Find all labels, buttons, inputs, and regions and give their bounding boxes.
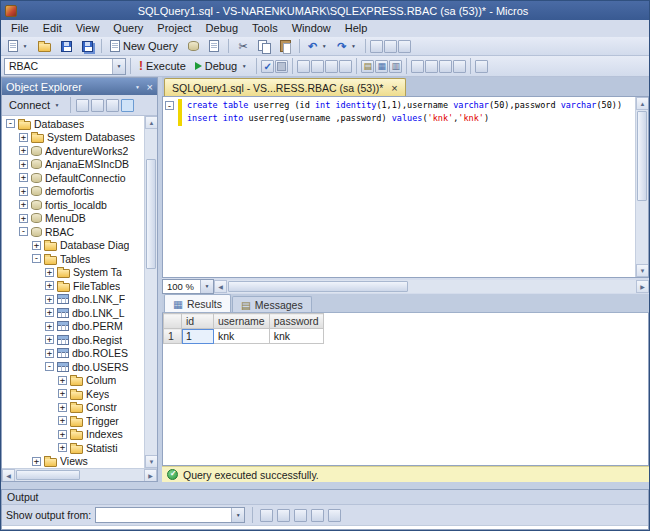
tree-item-menudb[interactable]: +MenuDB [2, 212, 144, 226]
results-to-grid-icon[interactable] [375, 60, 388, 73]
menu-project[interactable]: Project [150, 21, 198, 36]
results-to-text-icon[interactable] [361, 60, 374, 73]
zoom-combo[interactable]: 100 % [162, 279, 214, 294]
chevron-down-icon[interactable] [240, 63, 248, 69]
expand-icon[interactable]: + [58, 443, 67, 452]
cancel-executing-query-icon[interactable] [275, 60, 288, 73]
expand-icon[interactable]: + [45, 349, 54, 358]
tree-item-statisti[interactable]: +Statisti [2, 441, 144, 455]
refresh-icon[interactable] [106, 99, 119, 112]
tree-item-fortis-localdb[interactable]: +fortis_localdb [2, 198, 144, 212]
fold-collapse-icon[interactable]: - [165, 101, 174, 110]
combo-dropdown-button[interactable] [200, 280, 213, 293]
include-client-statistics-icon[interactable] [339, 60, 352, 73]
parse-icon[interactable] [261, 60, 274, 73]
scroll-down-icon[interactable] [636, 264, 649, 277]
scroll-right-icon[interactable] [144, 469, 157, 482]
scroll-left-icon[interactable] [214, 280, 227, 293]
expand-icon[interactable]: + [19, 200, 28, 209]
combo-dropdown-button[interactable] [231, 508, 244, 522]
close-icon[interactable] [147, 81, 153, 93]
expand-icon[interactable]: + [58, 430, 67, 439]
save-button[interactable] [56, 38, 76, 55]
tree-item-constr[interactable]: +Constr [2, 401, 144, 415]
expand-icon[interactable]: + [45, 295, 54, 304]
save-all-button[interactable] [77, 38, 97, 55]
tree-item-anjanaemsincdb[interactable]: +AnjanaEMSIncDB [2, 158, 144, 172]
expand-icon[interactable]: + [19, 187, 28, 196]
tree-item-dbo-lnk-f[interactable]: +dbo.LNK_F [2, 293, 144, 307]
specify-template-values-icon[interactable] [475, 60, 488, 73]
expand-icon[interactable]: + [58, 403, 67, 412]
intellisense-enabled-icon[interactable] [311, 60, 324, 73]
tree-item-dbo-regist[interactable]: +dbo.Regist [2, 333, 144, 347]
scroll-right-icon[interactable] [636, 280, 649, 293]
collapse-icon[interactable]: - [6, 119, 15, 128]
menu-debug[interactable]: Debug [199, 21, 245, 36]
scrollbar-thumb[interactable] [146, 159, 156, 269]
uncomment-lines-icon[interactable] [425, 60, 438, 73]
menu-file[interactable]: File [4, 21, 36, 36]
menu-help[interactable]: Help [338, 21, 375, 36]
analysis-services-query-button[interactable] [204, 38, 224, 55]
expand-icon[interactable]: + [45, 335, 54, 344]
output-content[interactable] [2, 526, 648, 529]
tree-item-tables[interactable]: -Tables [2, 252, 144, 266]
redo-button[interactable] [333, 38, 361, 55]
execute-button[interactable]: Execute [135, 58, 190, 75]
find-icon[interactable] [398, 40, 411, 53]
tab-sqlquery1[interactable]: SQLQuery1.sql - VS...RESS.RBAC (sa (53))… [164, 78, 406, 96]
tree-item-dbo-lnk-l[interactable]: +dbo.LNK_L [2, 306, 144, 320]
object-explorer-header[interactable]: Object Explorer [2, 78, 157, 95]
code-line-1[interactable]: -create table userreg (id int identity(1… [163, 99, 635, 112]
scrollbar-thumb[interactable] [637, 111, 647, 201]
menu-query[interactable]: Query [106, 21, 150, 36]
open-file-button[interactable] [34, 38, 55, 55]
increase-indent-icon[interactable] [453, 60, 466, 73]
grid-column-username[interactable]: username [214, 314, 270, 329]
window-position-icon[interactable] [134, 84, 142, 90]
expand-icon[interactable]: + [58, 376, 67, 385]
expand-icon[interactable]: + [19, 133, 28, 142]
tree-item-defaultconnectio[interactable]: +DefaultConnectio [2, 171, 144, 185]
grid-cell[interactable]: knk [269, 329, 323, 344]
menu-tools[interactable]: Tools [245, 21, 285, 36]
tree-item-system-ta[interactable]: +System Ta [2, 266, 144, 280]
grid-row-header[interactable]: 1 [164, 329, 182, 344]
expand-icon[interactable]: + [19, 146, 28, 155]
tab-messages[interactable]: Messages [232, 296, 312, 312]
scroll-up-icon[interactable] [145, 116, 157, 129]
available-databases-combo[interactable]: RBAC [4, 58, 126, 75]
expand-icon[interactable]: + [45, 268, 54, 277]
tree-item-databases[interactable]: -Databases [2, 117, 144, 131]
comment-out-lines-icon[interactable] [411, 60, 424, 73]
chevron-down-icon[interactable] [349, 43, 357, 49]
collapse-icon[interactable]: - [19, 227, 28, 236]
expand-icon[interactable]: + [19, 160, 28, 169]
tree-item-dbo-roles[interactable]: +dbo.ROLES [2, 347, 144, 361]
include-actual-execution-plan-icon[interactable] [325, 60, 338, 73]
tree-item-trigger[interactable]: +Trigger [2, 414, 144, 428]
next-message-icon[interactable] [294, 509, 307, 522]
undo-button[interactable] [304, 38, 332, 55]
expand-icon[interactable]: + [45, 322, 54, 331]
collapse-icon[interactable]: - [45, 362, 54, 371]
code-area[interactable]: -create table userreg (id int identity(1… [163, 97, 635, 277]
scroll-down-icon[interactable] [145, 455, 157, 468]
tree-item-adventureworks2[interactable]: +AdventureWorks2 [2, 144, 144, 158]
chevron-down-icon[interactable] [320, 43, 328, 49]
cut-button[interactable] [233, 38, 253, 55]
tree-item-dbo-users[interactable]: -dbo.USERS [2, 360, 144, 374]
activity-monitor-icon[interactable] [370, 40, 383, 53]
scroll-left-icon[interactable] [2, 469, 15, 482]
chevron-down-icon[interactable] [21, 43, 29, 49]
scroll-up-icon[interactable] [636, 97, 649, 110]
menu-window[interactable]: Window [285, 21, 338, 36]
filter-icon[interactable] [121, 99, 134, 112]
new-item-button[interactable] [4, 38, 33, 55]
collapse-icon[interactable]: - [32, 254, 41, 263]
expand-icon[interactable]: + [32, 241, 41, 250]
expand-icon[interactable]: + [19, 214, 28, 223]
grid-row[interactable]: 11knkknk [164, 329, 324, 344]
tab-results[interactable]: Results [164, 294, 231, 312]
